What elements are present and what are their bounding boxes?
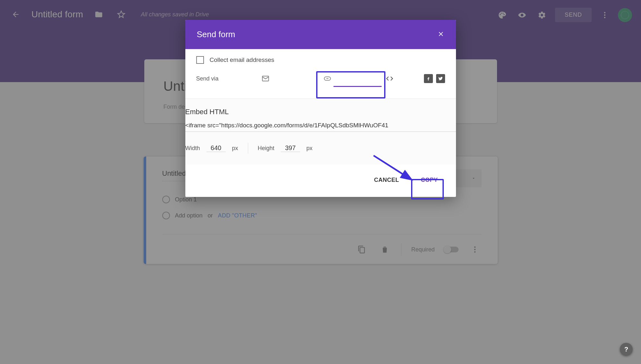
code-icon: [385, 74, 394, 83]
link-icon: [323, 74, 332, 83]
width-label: Width: [185, 145, 200, 152]
embed-code-field[interactable]: [185, 122, 456, 132]
share-facebook-button[interactable]: [424, 74, 433, 83]
height-input[interactable]: [281, 144, 300, 152]
share-twitter-button[interactable]: [436, 74, 445, 83]
twitter-icon: [438, 76, 443, 81]
embed-html-title: Embed HTML: [185, 108, 456, 116]
send-via-email-tab[interactable]: [235, 72, 297, 85]
facebook-icon: [426, 76, 431, 81]
send-via-label: Send via: [196, 75, 235, 82]
px-label: px: [232, 145, 238, 152]
px-label: px: [307, 145, 313, 152]
collect-emails-checkbox[interactable]: [196, 56, 204, 64]
height-label: Height: [258, 145, 274, 152]
dialog-close-button[interactable]: [437, 30, 444, 39]
cancel-button[interactable]: CANCEL: [366, 173, 407, 187]
mail-icon: [261, 74, 270, 83]
tab-indicator: [333, 86, 382, 87]
copy-button[interactable]: COPY: [412, 173, 446, 187]
collect-emails-label: Collect email addresses: [210, 56, 274, 63]
dialog-title: Send form: [197, 30, 235, 39]
close-icon: [437, 30, 444, 38]
send-via-embed-tab[interactable]: [358, 72, 420, 85]
width-input[interactable]: [207, 144, 226, 152]
help-icon: ?: [624, 346, 628, 353]
send-form-dialog: Send form Collect email addresses Send v…: [185, 20, 456, 197]
send-via-link-tab[interactable]: [297, 72, 358, 85]
help-button[interactable]: ?: [620, 343, 633, 356]
